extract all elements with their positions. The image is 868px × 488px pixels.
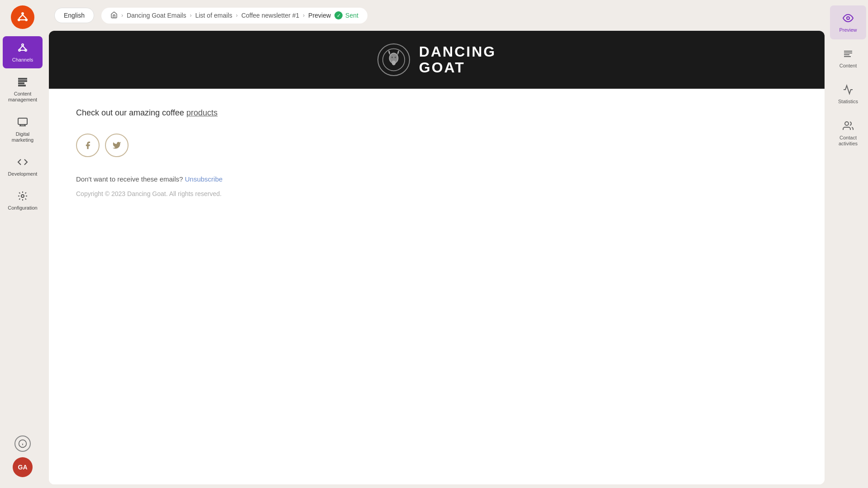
channels-icon	[16, 42, 29, 54]
right-nav-preview[interactable]: Preview	[830, 5, 866, 39]
breadcrumb-coffee-newsletter[interactable]: Coffee newsletter #1	[241, 12, 299, 19]
breadcrumb: › Dancing Goat Emails › List of emails ›…	[101, 8, 367, 24]
unsubscribe-link[interactable]: Unsubscribe	[185, 175, 223, 183]
unsubscribe-text: Don't want to receive these emails? Unsu…	[76, 175, 797, 183]
preview-icon	[842, 12, 854, 24]
breadcrumb-list-of-emails[interactable]: List of emails	[195, 12, 232, 19]
facebook-button[interactable]	[76, 134, 100, 157]
svg-point-6	[22, 44, 24, 46]
content-management-label: Content management	[6, 91, 39, 103]
svg-point-19	[21, 195, 24, 197]
products-link[interactable]: products	[186, 108, 218, 117]
svg-rect-13	[19, 81, 27, 81]
channels-label: Channels	[12, 57, 33, 63]
sidebar-item-channels[interactable]: Channels	[3, 36, 43, 68]
svg-point-0	[21, 12, 24, 15]
goat-logo	[377, 43, 410, 76]
status-badge: Sent	[334, 11, 358, 19]
sidebar-item-development[interactable]: Development	[3, 150, 43, 182]
app-logo[interactable]	[11, 5, 34, 29]
main-content: English › Dancing Goat Emails › List of …	[45, 0, 828, 488]
twitter-button[interactable]	[105, 134, 129, 157]
svg-point-27	[395, 57, 396, 58]
sidebar-item-content-management[interactable]: Content management	[3, 70, 43, 108]
user-avatar[interactable]: GA	[13, 457, 33, 477]
right-nav-content[interactable]: Content	[830, 41, 866, 75]
right-sidebar: Preview Content Statistics	[828, 0, 868, 488]
development-label: Development	[8, 171, 38, 177]
statistics-label: Statistics	[838, 99, 858, 105]
development-icon	[16, 156, 29, 168]
content-icon	[842, 48, 854, 60]
sidebar-bottom: GA	[13, 435, 33, 483]
content-label: Content	[839, 63, 857, 69]
content-management-icon	[16, 76, 29, 88]
email-preview-container: DANCING GOAT Check out our amazing coffe…	[49, 31, 825, 484]
breadcrumb-sep-3: ›	[236, 12, 238, 19]
social-icons	[76, 134, 797, 157]
svg-line-3	[19, 15, 23, 19]
digital-marketing-icon	[16, 116, 29, 129]
digital-marketing-label: Digital marketing	[6, 131, 39, 143]
breadcrumb-sep-4: ›	[303, 12, 305, 19]
preview-label: Preview	[839, 27, 857, 33]
top-bar: English › Dancing Goat Emails › List of …	[45, 0, 828, 31]
svg-rect-15	[19, 85, 25, 86]
status-label: Sent	[345, 12, 358, 19]
svg-rect-12	[19, 78, 27, 79]
configuration-label: Configuration	[8, 205, 37, 211]
contact-activities-icon	[842, 120, 854, 132]
copyright-text: Copyright © 2023 Dancing Goat. All right…	[76, 190, 797, 197]
breadcrumb-sep-1: ›	[121, 12, 123, 19]
email-header: DANCING GOAT	[49, 31, 825, 89]
svg-point-26	[391, 57, 393, 58]
right-nav-contact-activities[interactable]: Contact activities	[830, 113, 866, 153]
contact-activities-label: Contact activities	[834, 135, 863, 147]
language-selector[interactable]: English	[54, 8, 94, 23]
status-dot-sent	[334, 11, 343, 19]
svg-point-28	[391, 61, 396, 65]
email-body: Check out our amazing coffee products Do…	[49, 89, 825, 484]
info-button[interactable]	[14, 435, 31, 452]
svg-point-34	[845, 122, 849, 125]
svg-line-9	[19, 46, 23, 49]
svg-rect-16	[18, 118, 27, 124]
sidebar-item-digital-marketing[interactable]: Digital marketing	[3, 110, 43, 148]
svg-line-4	[23, 15, 26, 19]
email-logo-area: DANCING GOAT	[377, 43, 496, 76]
right-nav-statistics[interactable]: Statistics	[830, 77, 866, 111]
svg-line-10	[23, 46, 26, 49]
configuration-icon	[16, 190, 29, 202]
svg-point-29	[847, 17, 849, 19]
statistics-icon	[842, 83, 854, 96]
svg-rect-14	[19, 83, 24, 84]
sidebar-item-configuration[interactable]: Configuration	[3, 184, 43, 216]
breadcrumb-sep-2: ›	[190, 12, 191, 19]
breadcrumb-preview: Preview	[308, 12, 331, 19]
brand-text: DANCING GOAT	[419, 44, 496, 76]
breadcrumb-home[interactable]	[110, 11, 118, 20]
email-body-text: Check out our amazing coffee products	[76, 107, 797, 119]
breadcrumb-dancing-goat[interactable]: Dancing Goat Emails	[127, 12, 186, 19]
left-sidebar: Channels Content management Digital mark…	[0, 0, 45, 488]
